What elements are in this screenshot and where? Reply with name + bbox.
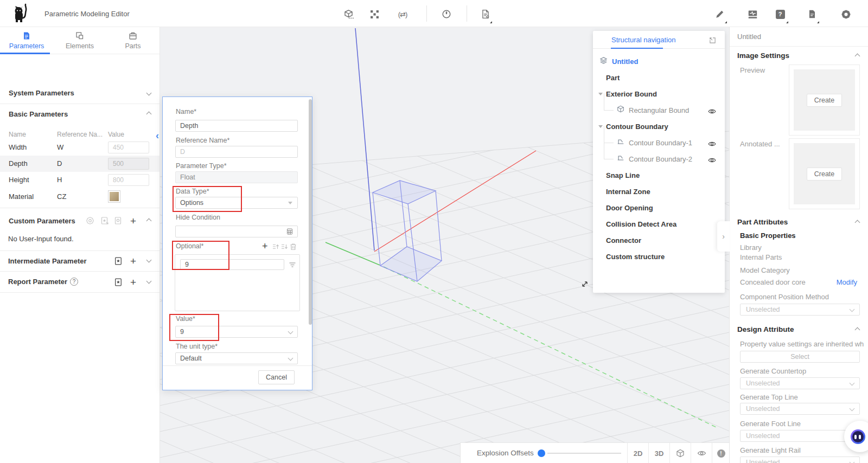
chevron-down-icon[interactable] — [146, 258, 152, 263]
custom-parameters-header[interactable]: Custom Parameters + — [0, 210, 159, 232]
tree-item-internal-zone[interactable]: Internal Zone — [593, 183, 725, 200]
tree-item-contour-boundary[interactable]: Contour Boundary — [593, 118, 725, 134]
panel-collapse-handle[interactable]: › — [717, 221, 730, 252]
dialog-scrollbar[interactable] — [309, 99, 312, 325]
inherit-select-button[interactable]: Select — [740, 351, 860, 363]
cancel-button[interactable]: Cancel — [258, 370, 295, 384]
value-input[interactable]: 450 — [108, 142, 149, 153]
warning-button[interactable]: ! — [712, 443, 730, 463]
tab-parts[interactable]: Parts — [106, 27, 159, 54]
generate-foot-line-select[interactable]: Unselected — [740, 430, 860, 442]
move-up-icon[interactable] — [272, 243, 279, 253]
monitor-activity-icon[interactable] — [746, 8, 758, 20]
pattern-icon[interactable] — [368, 8, 380, 20]
explosion-slider-handle[interactable] — [538, 449, 545, 457]
document-icon[interactable] — [806, 8, 818, 20]
value-label: Value* — [176, 315, 195, 323]
generate-top-line-select[interactable]: Unselected — [740, 403, 860, 415]
tree-item-snap-line[interactable]: Snap Line — [593, 167, 725, 183]
hide-condition-input[interactable] — [175, 226, 298, 237]
tree-item-contour-boundary-2[interactable]: Contour Boundary-2 — [593, 151, 725, 167]
visibility-eye-icon[interactable] — [708, 107, 716, 117]
param-row-depth[interactable]: Depth D 500 — [0, 156, 159, 172]
internal-parts-label[interactable]: Internal Parts — [740, 253, 782, 261]
tree-item-rectangular-bound[interactable]: Rectangular Bound — [593, 102, 725, 118]
expand-triangle-icon[interactable] — [598, 125, 603, 128]
chevron-up-icon[interactable] — [146, 218, 152, 224]
explosion-slider-track[interactable] — [547, 453, 621, 454]
value-input[interactable]: 500 — [108, 158, 149, 170]
select-chevron-icon — [850, 460, 855, 463]
unit-type-select[interactable]: Default — [175, 352, 298, 364]
option-add-icon[interactable]: + — [262, 241, 268, 251]
select-chevron-icon — [850, 307, 855, 312]
tree-item-part[interactable]: Part — [593, 69, 725, 86]
tree-item-untitled[interactable]: Untitled — [593, 53, 725, 69]
expand-triangle-icon[interactable] — [598, 93, 603, 95]
tree-item-connector[interactable]: Connector — [593, 232, 725, 248]
tree-item-collision-detect-area[interactable]: Collision Detect Area — [593, 216, 725, 232]
chevron-down-icon[interactable] — [146, 279, 152, 284]
reference-name-input[interactable]: D — [175, 146, 298, 158]
import-parameter-icon[interactable] — [114, 278, 123, 289]
tab-elements[interactable]: Elements — [53, 27, 106, 54]
move-down-icon[interactable] — [280, 243, 288, 253]
name-input[interactable]: Depth — [175, 120, 298, 132]
view-2d-button[interactable]: 2D — [627, 443, 648, 463]
model-cube-icon[interactable] — [342, 8, 354, 20]
basic-parameters-header[interactable]: Basic Parameters — [0, 104, 159, 124]
system-parameters-header[interactable]: System Parameters — [0, 82, 159, 104]
structural-navigation-title[interactable]: Structural navigation — [611, 31, 676, 49]
add-parameter-icon[interactable]: + — [130, 277, 136, 287]
intermediate-parameter-header[interactable]: Intermediate Parameter + — [0, 251, 159, 271]
popout-icon[interactable] — [709, 36, 716, 46]
visibility-eye-icon[interactable] — [708, 156, 716, 165]
question-circle-icon[interactable]: ? — [70, 278, 78, 286]
chevron-up-icon[interactable] — [855, 220, 860, 226]
visibility-eye-icon[interactable] — [708, 139, 716, 149]
chevron-up-icon[interactable] — [855, 327, 860, 333]
option-value-input[interactable]: 9 — [180, 259, 284, 270]
help-icon[interactable]: ? — [774, 8, 786, 20]
create-preview-button[interactable]: Create — [807, 94, 843, 107]
param-row-height[interactable]: Height H 800 — [0, 172, 159, 188]
settings-gear-icon[interactable] — [840, 8, 852, 20]
import-parameter-icon[interactable] — [114, 256, 123, 268]
left-sidebar: Parameters Elements Parts System Paramet… — [0, 27, 160, 463]
tree-item-custom-structure[interactable]: Custom structure — [593, 248, 725, 265]
trash-icon[interactable] — [290, 243, 297, 253]
param-row-material[interactable]: Material CZ — [0, 188, 159, 205]
value-input[interactable]: 800 — [108, 174, 149, 186]
generate-countertop-select[interactable]: Unselected — [740, 377, 860, 389]
report-parameter-header[interactable]: Report Parameter ? + — [0, 272, 159, 292]
tree-item-exterior-bound[interactable]: Exterior Bound — [593, 86, 725, 102]
formula-grid-icon[interactable] — [286, 228, 293, 235]
swap-icon[interactable]: (⇄) — [393, 8, 412, 20]
tab-parameters[interactable]: Parameters — [0, 27, 53, 54]
gear-outline-icon[interactable] — [86, 216, 94, 225]
edit-pencil-icon[interactable] — [714, 8, 726, 20]
add-parameter-icon[interactable]: + — [130, 216, 136, 226]
generate-light-rail-select[interactable]: Unselected — [740, 456, 860, 463]
filter-icon[interactable] — [289, 261, 296, 271]
value-select[interactable]: 9 — [175, 326, 298, 338]
visibility-button[interactable] — [691, 443, 712, 463]
import-parameter-icon[interactable] — [100, 216, 109, 225]
create-annotated-button[interactable]: Create — [807, 168, 843, 181]
tree-item-contour-boundary-1[interactable]: Contour Boundary-1 — [593, 134, 725, 151]
param-row-width[interactable]: Width W 450 — [0, 139, 159, 156]
material-swatch[interactable] — [108, 190, 120, 203]
library-label[interactable]: Library — [740, 243, 762, 252]
tree-item-door-opening[interactable]: Door Opening — [593, 200, 725, 216]
basic-properties-label[interactable]: Basic Properties — [740, 232, 796, 240]
isometric-cube-button[interactable] — [669, 443, 691, 463]
power-model-icon[interactable] — [441, 8, 452, 20]
view-3d-button[interactable]: 3D — [648, 443, 669, 463]
export-parameter-icon[interactable] — [114, 216, 123, 225]
document-export-icon[interactable] — [480, 8, 492, 20]
component-position-select[interactable]: Unselected — [740, 304, 860, 316]
add-parameter-icon[interactable]: + — [130, 256, 136, 266]
data-type-select[interactable]: Options — [175, 197, 298, 209]
chevron-up-icon[interactable] — [855, 54, 860, 59]
modify-link[interactable]: Modify — [837, 278, 857, 286]
